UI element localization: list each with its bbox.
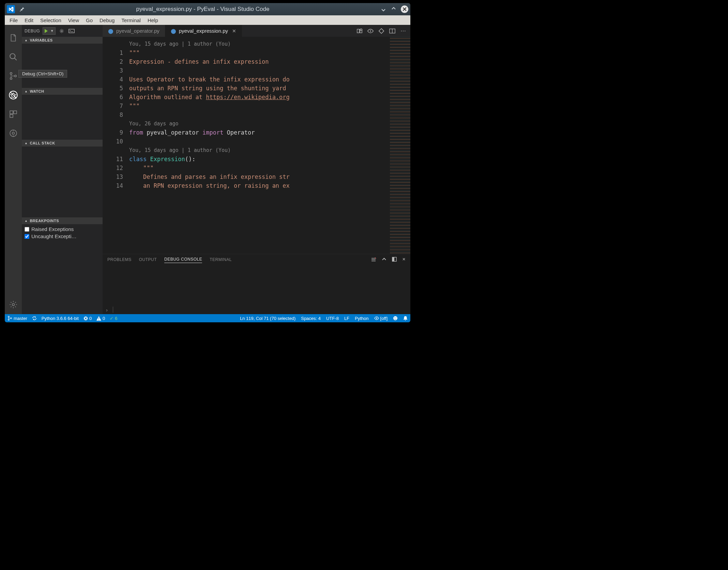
status-language[interactable]: Python bbox=[355, 316, 368, 321]
status-python-interpreter[interactable]: Python 3.6.6 64-bit bbox=[42, 316, 79, 321]
menu-edit[interactable]: Edit bbox=[21, 16, 37, 24]
svg-point-26 bbox=[376, 318, 377, 319]
menu-view[interactable]: View bbox=[65, 16, 82, 24]
svg-point-23 bbox=[11, 318, 12, 319]
panel-actions: ✕ bbox=[371, 257, 406, 263]
callstack-header[interactable]: ▲CALL STACK bbox=[22, 140, 103, 147]
tab-close-icon[interactable]: ✕ bbox=[232, 28, 236, 34]
status-git-branch[interactable]: master bbox=[7, 316, 27, 321]
maximize-panel-icon[interactable] bbox=[392, 257, 397, 263]
panel-tabs: PROBLEMS OUTPUT DEBUG CONSOLE TERMINAL ✕ bbox=[103, 254, 410, 266]
minimize-button[interactable] bbox=[380, 6, 386, 12]
menu-debug[interactable]: Debug bbox=[96, 16, 118, 24]
breakpoint-raised-exceptions[interactable]: Raised Exceptions bbox=[25, 226, 100, 233]
titlebar: pyeval_expression.py - PyEval - Visual S… bbox=[5, 3, 410, 15]
debug-settings-icon[interactable] bbox=[59, 28, 65, 34]
debug-console-body[interactable]: › bbox=[103, 266, 410, 314]
code-area[interactable]: You, 15 days ago | 1 author (You) """ Ex… bbox=[129, 37, 410, 254]
gitlens-icon[interactable] bbox=[9, 128, 18, 138]
panel-tab-debug-console[interactable]: DEBUG CONSOLE bbox=[164, 257, 202, 263]
vscode-window: pyeval_expression.py - PyEval - Visual S… bbox=[5, 3, 410, 322]
status-cursor-position[interactable]: Ln 119, Col 71 (70 selected) bbox=[240, 316, 295, 321]
explorer-icon[interactable] bbox=[9, 33, 18, 43]
status-warnings[interactable]: 0 bbox=[96, 316, 105, 321]
preview-icon[interactable] bbox=[367, 28, 374, 34]
svg-point-2 bbox=[10, 78, 12, 79]
checkbox[interactable] bbox=[25, 234, 29, 239]
close-button[interactable]: ✕ bbox=[401, 5, 408, 13]
panel-tab-problems[interactable]: PROBLEMS bbox=[107, 257, 132, 263]
pin-icon[interactable] bbox=[19, 6, 25, 12]
codelens[interactable]: You, 26 days ago bbox=[129, 119, 410, 128]
sidebar-title: DEBUG bbox=[25, 29, 40, 33]
status-errors[interactable]: 0 bbox=[84, 316, 92, 321]
status-bell-icon[interactable] bbox=[403, 316, 408, 321]
chevron-down-icon: ▼ bbox=[50, 29, 54, 33]
python-file-icon: ⬤ bbox=[108, 28, 113, 34]
svg-point-17 bbox=[370, 30, 371, 32]
debug-console-icon[interactable] bbox=[69, 28, 75, 34]
window-controls: ✕ bbox=[380, 5, 408, 13]
status-bar: master Python 3.6.6 64-bit 0 0 ✓ 6 Ln 11… bbox=[5, 314, 410, 322]
clear-console-icon[interactable] bbox=[371, 257, 376, 263]
panel-tab-terminal[interactable]: TERMINAL bbox=[210, 257, 232, 263]
activity-bar bbox=[5, 25, 22, 314]
svg-point-28 bbox=[394, 318, 395, 318]
menu-selection[interactable]: Selection bbox=[37, 16, 65, 24]
status-sync-icon[interactable] bbox=[32, 316, 37, 321]
code-editor[interactable]: 1 2 3 4 5 6 7 8 9 10 11 12 13 14 bbox=[103, 37, 410, 254]
variables-header[interactable]: ▲VARIABLES bbox=[22, 37, 103, 44]
debug-sidebar-header: DEBUG ▼ bbox=[22, 25, 103, 37]
start-debug-button[interactable]: ▼ bbox=[43, 27, 56, 35]
menu-help[interactable]: Help bbox=[144, 16, 162, 24]
compare-icon[interactable] bbox=[357, 28, 363, 34]
svg-point-27 bbox=[393, 316, 397, 320]
tab-pyeval-operator[interactable]: ⬤ pyeval_operator.py bbox=[103, 25, 165, 37]
codelens[interactable]: You, 15 days ago | 1 author (You) bbox=[129, 146, 410, 155]
svg-point-11 bbox=[12, 304, 15, 306]
svg-rect-20 bbox=[392, 257, 394, 261]
svg-point-22 bbox=[8, 319, 10, 321]
tab-bar: ⬤ pyeval_operator.py ⬤ pyeval_expression… bbox=[103, 25, 410, 37]
svg-rect-13 bbox=[69, 29, 74, 33]
menu-terminal[interactable]: Terminal bbox=[118, 16, 144, 24]
minimap[interactable] bbox=[390, 37, 410, 254]
panel-tab-output[interactable]: OUTPUT bbox=[139, 257, 157, 263]
svg-point-3 bbox=[15, 75, 16, 77]
watch-section: ▲WATCH bbox=[22, 88, 103, 140]
status-feedback-icon[interactable] bbox=[393, 316, 398, 321]
tab-pyeval-expression[interactable]: ⬤ pyeval_expression.py ✕ bbox=[165, 25, 242, 37]
menu-file[interactable]: File bbox=[6, 16, 21, 24]
app-icon bbox=[7, 5, 15, 13]
scm-icon[interactable] bbox=[9, 71, 18, 81]
status-encoding[interactable]: UTF-8 bbox=[326, 316, 339, 321]
watch-header[interactable]: ▲WATCH bbox=[22, 88, 103, 95]
svg-rect-6 bbox=[10, 111, 13, 114]
menubar: File Edit Selection View Go Debug Termin… bbox=[5, 15, 410, 25]
breakpoints-header[interactable]: ▲BREAKPOINTS bbox=[22, 217, 103, 224]
debug-icon[interactable] bbox=[9, 90, 18, 100]
breakpoint-uncaught-exceptions[interactable]: Uncaught Excepti… bbox=[25, 233, 100, 240]
status-tests[interactable]: ✓ 6 bbox=[110, 316, 117, 321]
debug-tooltip: Debug (Ctrl+Shift+D) bbox=[18, 70, 67, 78]
svg-point-29 bbox=[396, 318, 396, 318]
search-icon[interactable] bbox=[9, 52, 18, 62]
maximize-button[interactable] bbox=[391, 6, 397, 12]
main-row: DEBUG ▼ ▲VARIABLES ▲WATCH ▲CALL STACK bbox=[5, 25, 410, 314]
codelens[interactable]: You, 15 days ago | 1 author (You) bbox=[129, 40, 410, 48]
status-live-share[interactable]: [off] bbox=[374, 316, 388, 321]
extensions-icon[interactable] bbox=[9, 109, 18, 119]
editor-actions: ⋯ bbox=[352, 25, 410, 37]
svg-rect-7 bbox=[14, 111, 17, 114]
settings-gear-icon[interactable] bbox=[9, 300, 18, 309]
menu-go[interactable]: Go bbox=[82, 16, 96, 24]
svg-point-0 bbox=[10, 53, 15, 59]
close-panel-icon[interactable]: ✕ bbox=[402, 257, 406, 263]
diff-icon[interactable] bbox=[378, 28, 384, 34]
more-icon[interactable]: ⋯ bbox=[400, 28, 406, 34]
checkbox[interactable] bbox=[25, 227, 29, 232]
status-indentation[interactable]: Spaces: 4 bbox=[301, 316, 321, 321]
collapse-panel-icon[interactable] bbox=[382, 257, 386, 263]
status-eol[interactable]: LF bbox=[344, 316, 349, 321]
split-editor-icon[interactable] bbox=[389, 28, 395, 34]
